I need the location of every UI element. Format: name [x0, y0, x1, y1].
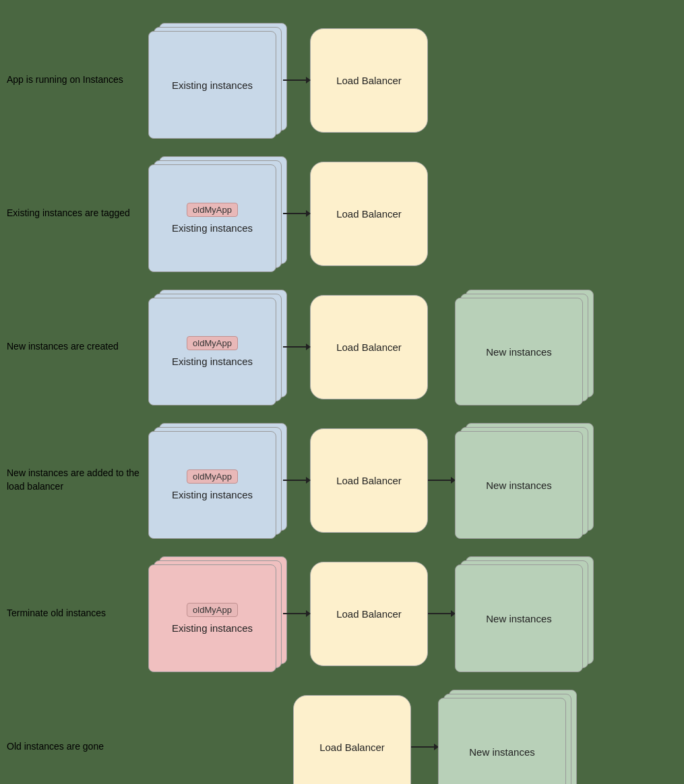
- row-1: App is running on Instances Existing ins…: [7, 13, 677, 147]
- load-balancer-1: Load Balancer: [310, 28, 428, 133]
- load-balancer-4: Load Balancer: [310, 428, 428, 533]
- card-front-4: oldMyApp Existing instances: [148, 431, 276, 539]
- existing-stack-2: oldMyApp Existing instances: [148, 156, 283, 271]
- lb-label-3: Load Balancer: [336, 341, 402, 353]
- connector-lb-5: [283, 613, 310, 614]
- elements-5: oldMyApp Existing instances Load Balance…: [148, 556, 677, 671]
- new-label-6: New instances: [469, 746, 535, 758]
- connector-new-4: [428, 480, 455, 481]
- elements-4: oldMyApp Existing instances Load Balance…: [148, 423, 677, 537]
- existing-stack-5: oldMyApp Existing instances: [148, 556, 283, 671]
- load-balancer-5: Load Balancer: [310, 562, 428, 666]
- new-front-5: New instances: [455, 564, 583, 672]
- elements-6: Load Balancer New instances: [148, 690, 677, 784]
- new-stack-6: New instances: [438, 690, 573, 784]
- row-5: Terminate old instances oldMyApp Existin…: [7, 547, 677, 680]
- step-label-1: App is running on Instances: [7, 73, 148, 87]
- existing-label-3: Existing instances: [172, 356, 253, 367]
- existing-stack-1: Existing instances: [148, 23, 283, 137]
- card-front-2: oldMyApp Existing instances: [148, 164, 276, 272]
- step-label-3: New instances are created: [7, 340, 148, 354]
- new-stack-5: New instances: [455, 556, 590, 671]
- row-6: Old instances are gone Load Balancer New…: [7, 680, 677, 784]
- tag-badge-4: oldMyApp: [187, 469, 238, 484]
- new-stack-4: New instances: [455, 423, 590, 537]
- tag-badge-3: oldMyApp: [187, 336, 238, 350]
- row-3: New instances are created oldMyApp Exist…: [7, 280, 677, 414]
- elements-3: oldMyApp Existing instances Load Balance…: [148, 290, 677, 404]
- tag-badge-5: oldMyApp: [187, 603, 238, 617]
- existing-label-4: Existing instances: [172, 489, 253, 500]
- card-front-5: oldMyApp Existing instances: [148, 564, 276, 672]
- step-label-6: Old instances are gone: [7, 740, 148, 754]
- card-front-3: oldMyApp Existing instances: [148, 298, 276, 405]
- diagram: App is running on Instances Existing ins…: [7, 13, 677, 784]
- connector-lb-3: [283, 346, 310, 348]
- existing-label-1: Existing instances: [172, 79, 253, 91]
- elements-1: Existing instances Load Balancer: [148, 23, 677, 137]
- existing-label-5: Existing instances: [172, 622, 253, 634]
- lb-label-2: Load Balancer: [336, 208, 402, 220]
- connector-lb-2: [283, 213, 310, 214]
- new-front-6: New instances: [438, 698, 566, 784]
- load-balancer-2: Load Balancer: [310, 162, 428, 266]
- tag-badge-2: oldMyApp: [187, 203, 238, 217]
- new-front-3: New instances: [455, 298, 583, 405]
- step-label-2: Existing instances are tagged: [7, 207, 148, 220]
- row-4: New instances are added to the load bala…: [7, 414, 677, 547]
- row-2: Existing instances are tagged oldMyApp E…: [7, 147, 677, 280]
- existing-stack-3: oldMyApp Existing instances: [148, 290, 283, 404]
- step-label-5: Terminate old instances: [7, 607, 148, 620]
- connector-lb-4: [283, 480, 310, 481]
- connector-new-6: [411, 746, 438, 748]
- lb-label-4: Load Balancer: [336, 475, 402, 486]
- existing-stack-4: oldMyApp Existing instances: [148, 423, 283, 537]
- new-label-4: New instances: [486, 480, 552, 491]
- load-balancer-3: Load Balancer: [310, 295, 428, 399]
- existing-label-2: Existing instances: [172, 222, 253, 234]
- card-front-1: Existing instances: [148, 31, 276, 139]
- new-stack-3: New instances: [455, 290, 590, 404]
- connector-new-5: [428, 613, 455, 614]
- elements-2: oldMyApp Existing instances Load Balance…: [148, 156, 677, 271]
- load-balancer-6: Load Balancer: [293, 695, 411, 785]
- step-label-4: New instances are added to the load bala…: [7, 467, 148, 493]
- new-front-4: New instances: [455, 431, 583, 539]
- connector-lb-1: [283, 79, 310, 81]
- lb-label-6: Load Balancer: [319, 742, 385, 753]
- new-label-5: New instances: [486, 613, 552, 624]
- new-label-3: New instances: [486, 346, 552, 358]
- lb-label-1: Load Balancer: [336, 75, 402, 86]
- lb-label-5: Load Balancer: [336, 608, 402, 620]
